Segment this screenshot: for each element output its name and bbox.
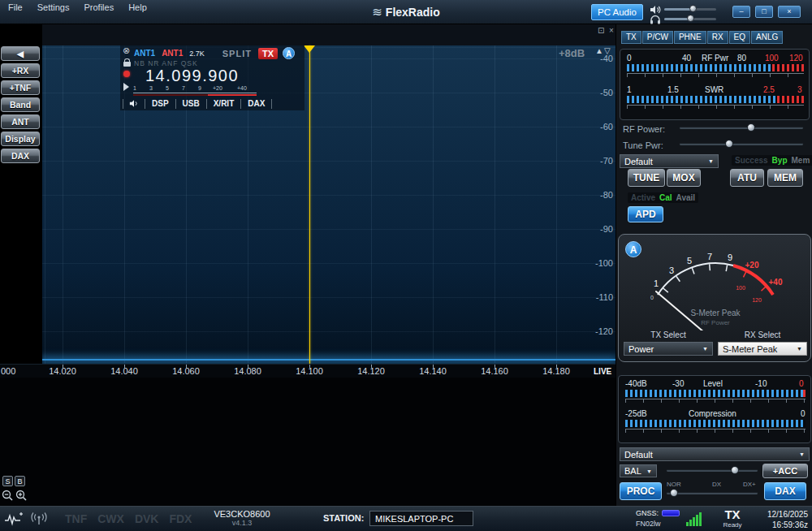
panadapter-close-icon[interactable]: ×: [609, 26, 614, 35]
tnf-toggle[interactable]: TNF: [65, 512, 87, 525]
antenna-icon[interactable]: [28, 512, 50, 526]
app-title: FlexRadio: [386, 6, 440, 19]
sidebar-item-ant[interactable]: ANT: [1, 114, 40, 129]
mode-button[interactable]: USB: [175, 99, 206, 109]
gauge-tick: 3: [669, 266, 674, 275]
headphone-volume-slider[interactable]: [664, 15, 716, 24]
speaker-volume-slider[interactable]: [664, 5, 716, 14]
sidebar-item-add-tnf[interactable]: +TNF: [1, 80, 40, 95]
tab-anlg[interactable]: ANLG: [751, 31, 783, 44]
dax-flag-button[interactable]: DAX: [240, 99, 272, 109]
slice-letter-badge[interactable]: A: [283, 47, 295, 59]
tx-cursor-line[interactable]: [309, 45, 310, 364]
minimize-button[interactable]: –: [732, 6, 750, 18]
spectrum-toggle-button[interactable]: S: [2, 476, 13, 486]
gnss-block: GNSS: FN02lw: [636, 509, 683, 528]
tab-phne[interactable]: PHNE: [674, 31, 706, 44]
gauge-power-tick: 100: [736, 285, 745, 291]
zoom-in-icon[interactable]: [15, 490, 28, 502]
cwx-toggle[interactable]: CWX: [97, 512, 124, 525]
db-tick: -90: [585, 224, 613, 234]
tx-select-dropdown[interactable]: Power ▼: [624, 342, 713, 356]
level-label: -30: [672, 379, 684, 388]
atu-button[interactable]: ATU: [730, 169, 764, 187]
tx-badge[interactable]: TX: [258, 48, 278, 59]
tx-antenna-label[interactable]: ANT1: [162, 49, 183, 58]
statusbar-toggles: TNF CWX DVK FDX: [65, 512, 192, 525]
level-title: Level: [703, 379, 723, 388]
panel-tabs: TX P/CW PHNE RX EQ ANLG: [621, 31, 783, 44]
dax-button[interactable]: DAX: [764, 482, 806, 500]
tx-status-block: TX Ready: [718, 508, 747, 529]
db-tick: -100: [585, 258, 613, 268]
sidebar-item-band[interactable]: Band: [1, 97, 40, 112]
tab-tx[interactable]: TX: [621, 31, 641, 44]
chevron-down-icon: ▼: [799, 451, 805, 457]
mem-button[interactable]: MEM: [767, 169, 803, 187]
waterfall-display[interactable]: S B: [0, 378, 615, 506]
db-tick: -50: [585, 88, 613, 97]
mute-button[interactable]: [123, 99, 145, 109]
frequency-display[interactable]: 14.099.900: [145, 67, 239, 85]
record-indicator[interactable]: [123, 71, 130, 77]
tab-pcw[interactable]: P/CW: [642, 31, 673, 44]
mic-source-value: BAL: [624, 466, 641, 476]
proc-mode-nor: NOR: [667, 481, 681, 488]
gauge-tick: +20: [745, 261, 759, 270]
pc-audio-button[interactable]: PC Audio: [591, 4, 643, 20]
tx-select-label: TX Select: [624, 330, 713, 339]
comp-label: -25dB: [625, 409, 647, 418]
statusbar: TNF CWX DVK FDX VE3CKO8600 v4.1.3 STATIO…: [0, 506, 812, 531]
rx-antenna-label[interactable]: ANT1: [134, 49, 155, 58]
acc-button[interactable]: +ACC: [762, 464, 808, 478]
tab-eq[interactable]: EQ: [729, 31, 750, 44]
proc-mode-dx: DX: [712, 481, 721, 488]
tune-button[interactable]: TUNE: [628, 169, 665, 187]
sidebar-item-dax[interactable]: DAX: [1, 149, 40, 163]
station-input[interactable]: [369, 511, 473, 526]
frequency-ruler[interactable]: 000 14.020 14.040 14.060 14.080 14.100 1…: [0, 364, 615, 378]
signal-bars-icon: [686, 512, 704, 526]
gauge-tick: 7: [707, 252, 712, 261]
speaker-icon: [129, 99, 139, 108]
proc-button[interactable]: PROC: [620, 482, 662, 500]
dvk-toggle[interactable]: DVK: [135, 512, 159, 525]
rx-select-label: RX Select: [718, 330, 807, 339]
dsp-button[interactable]: DSP: [145, 99, 175, 109]
maximize-button[interactable]: □: [755, 6, 773, 18]
flexradio-wave-icon: ≋: [372, 5, 382, 19]
headphone-icon: [650, 15, 661, 24]
tx-profile-dropdown[interactable]: Default ▼: [620, 154, 719, 168]
gauge-tick: +40: [769, 278, 783, 287]
fdx-toggle[interactable]: FDX: [169, 512, 192, 525]
mox-button[interactable]: MOX: [667, 169, 701, 187]
filter-width-label[interactable]: 2.7K: [189, 50, 205, 58]
collapse-button[interactable]: ◀: [1, 46, 40, 61]
zoom-out-icon[interactable]: [2, 490, 14, 502]
sidebar-item-add-rx[interactable]: +RX: [1, 63, 40, 78]
mic-gain-slider[interactable]: [667, 465, 758, 475]
play-icon[interactable]: [123, 83, 129, 91]
tune-power-slider[interactable]: [680, 139, 803, 149]
rx-select-dropdown[interactable]: S-Meter Peak ▼: [718, 342, 807, 356]
xrit-button[interactable]: X/RIT: [206, 99, 241, 109]
power-meter-box: 0 40 RF Pwr 80 100 120 1 1.5 SWR 2.5 3: [620, 49, 810, 120]
tab-rx[interactable]: RX: [707, 31, 728, 44]
gauge-tick: 1: [654, 278, 659, 288]
swr-meter-bar: [627, 96, 804, 103]
close-button[interactable]: ×: [778, 6, 801, 18]
waterfall-toggle-button[interactable]: B: [15, 476, 25, 486]
popout-icon[interactable]: ⊡: [598, 26, 604, 35]
sidebar-item-display[interactable]: Display: [1, 132, 40, 146]
tx-cursor-marker[interactable]: [304, 45, 315, 53]
rf-meter-label: 0: [627, 54, 632, 63]
mic-source-dropdown[interactable]: BAL ▼: [620, 464, 657, 477]
split-button[interactable]: SPLIT: [222, 49, 252, 58]
antenna-cross-icon[interactable]: ⊗: [123, 45, 130, 56]
swr-meter-label: 1: [627, 85, 632, 94]
proc-level-slider[interactable]: [667, 488, 758, 498]
waveform-icon[interactable]: [4, 512, 24, 526]
rf-power-slider[interactable]: [680, 123, 803, 132]
apd-button[interactable]: APD: [628, 206, 663, 222]
mic-profile-dropdown[interactable]: Default ▼: [620, 447, 810, 461]
